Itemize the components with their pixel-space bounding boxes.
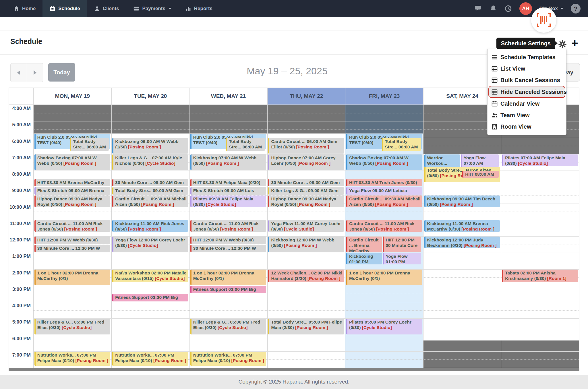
event-title: Warrior Workou... Hapana Solutions bbox=[427, 155, 448, 167]
event-room-label: [Posing Room ] bbox=[298, 161, 331, 166]
calendar-event[interactable]: 30 Minute Core ... 12:30 PM W bbox=[34, 245, 110, 252]
menu-item-room-view[interactable]: Room View bbox=[488, 121, 566, 132]
calendar-event[interactable]: Hiphop Dance 09:30 AM Nadya Royal (0/50)… bbox=[268, 196, 344, 207]
calendar-event[interactable]: HIIT 08:30 AM Felipe Maia (0/30) bbox=[190, 179, 266, 187]
event-title: Nutrution Works... 07:00 PM Felipe Maia … bbox=[115, 353, 186, 363]
calendar-event[interactable]: Nutrution Works... 07:00 PM Felipe Maia … bbox=[34, 352, 110, 366]
calendar-event[interactable]: Cardio Circuit ... 09:30 AM Michali Aize… bbox=[112, 196, 188, 207]
calendar-event[interactable]: Cardio Circuit ... 06:00 AM Gem Elliot (… bbox=[268, 138, 344, 154]
calendar-event[interactable]: 1 on 1 hour 02:00 PM Brenna McCarthy (0/… bbox=[346, 270, 422, 285]
calendar-event[interactable]: Killer Legs & G... 05:00 PM Fred Elias (… bbox=[190, 319, 266, 334]
calendar-event[interactable]: Total Body Stre... 05:00 PM Felipe Maia … bbox=[268, 319, 344, 334]
day-column-6[interactable]: Pilates 07:00 AM Felipe Maia (0/30) [Cyc… bbox=[501, 105, 579, 368]
avatar[interactable]: AH bbox=[519, 2, 532, 15]
calendar-event[interactable]: HIIT 12:00 PM W Webb (0/30) bbox=[34, 237, 110, 244]
calendar-event[interactable]: Killer Legs & G... 05:00 PM Fred Elias (… bbox=[34, 319, 110, 334]
event-title: Nat\'s Workshop 02:00 PM Natalie Varasun… bbox=[115, 270, 186, 281]
calendar-event[interactable]: Yoga Flow 01:00 PM bbox=[383, 253, 421, 264]
menu-item-hide-canceled-sessions[interactable]: Hide Canceled Sessions bbox=[488, 86, 565, 98]
calendar-event[interactable]: 1 on 1 hour 02:00 PM Brenna McCarthy (0/… bbox=[34, 270, 110, 285]
calendar-event[interactable]: HIIT 08:30 AM Trish Jones (0/30) bbox=[346, 179, 422, 187]
nav-item-clients[interactable]: Clients bbox=[87, 0, 126, 17]
menu-item-calendar-view[interactable]: Calendar View bbox=[488, 98, 566, 109]
day-column-1[interactable]: Kickboxing 06:00 AM W Webb (1/50) [Posin… bbox=[111, 105, 189, 368]
time-label: 4:00 PM bbox=[9, 303, 31, 309]
calendar-event[interactable]: Kickboxing 12:00 PM Judy Beckmann (0/30)… bbox=[424, 237, 500, 248]
calendar-event[interactable]: Tabata 02:00 PM Anisha Krishnasamy (0/30… bbox=[502, 270, 578, 282]
bell-icon[interactable] bbox=[490, 5, 497, 12]
event-title: HIIT 08:00 AM bbox=[465, 172, 494, 177]
calendar-event[interactable]: Shadow Boxing 07:00 AM W Webb (0/50) [Po… bbox=[346, 154, 422, 170]
calendar-event[interactable]: 12 Week Challen... 02:00 PM Nikki Hannaf… bbox=[268, 270, 344, 282]
help-button[interactable]: ? bbox=[571, 4, 581, 13]
nav-item-payments[interactable]: Payments bbox=[126, 0, 178, 17]
calendar-event[interactable]: Yoga Flow 11:00 AM Corey Loehr (0/30) [C… bbox=[268, 220, 344, 232]
add-session-button[interactable]: + bbox=[570, 37, 580, 49]
calendar-event[interactable]: Pilates 09:30 AM Felipe Maia (0/30) [Cyc… bbox=[190, 196, 266, 207]
calendar-event[interactable]: Pilates 05:00 PM Corey Loehr (0/30) [Cyc… bbox=[346, 319, 422, 334]
settings-gear-button[interactable] bbox=[558, 40, 567, 49]
calendar-event[interactable]: Fitness Support 03:00 PM Big bbox=[190, 286, 266, 293]
day-column-2[interactable]: Run Club 2.0 05:45 AM Nikki TEST (0/40)T… bbox=[189, 105, 267, 368]
calendar-event[interactable]: Nutrution Works... 07:00 PM Felipe Maia … bbox=[112, 352, 188, 366]
calendar-event[interactable]: Total Body Stre... 06:00 AM Tim Beech bbox=[226, 138, 265, 151]
calendar-event[interactable]: Kickboxing 11:00 AM Brenna McCarthy (0/3… bbox=[424, 220, 500, 232]
menu-item-team-view[interactable]: Team View bbox=[488, 109, 566, 121]
calendar-event[interactable]: Warrior Workou... Hapana Solutions bbox=[424, 154, 460, 167]
calendar-event[interactable]: Shadow Boxing 07:00 AM W Webb (0/50) [Po… bbox=[34, 154, 110, 170]
event-room-label: [Posing Room ] bbox=[297, 202, 330, 207]
calendar-event[interactable]: Flex & Stretch 09:00 AM Brenna bbox=[34, 187, 110, 195]
calendar-event[interactable]: Flex & Stretch 09:00 AM Luis bbox=[190, 187, 266, 195]
clock-icon[interactable] bbox=[504, 5, 512, 12]
calendar-event[interactable]: Pilates 07:00 AM Felipe Maia (0/30) [Cyc… bbox=[502, 154, 578, 166]
event-room-label: [Posing Room ] bbox=[284, 243, 317, 248]
calendar-event[interactable]: Cardio Circuit ... 11:00 AM Rick Jones (… bbox=[346, 220, 422, 232]
calendar-event[interactable]: Killer Legs & G... 07:00 AM Kyle Nichols… bbox=[112, 154, 188, 170]
calendar-event[interactable]: Yoga Flow 07:00 AM bbox=[461, 154, 499, 167]
day-column-5[interactable]: Warrior Workou... Hapana SolutionsYoga F… bbox=[423, 105, 501, 368]
calendar-event[interactable]: Total Body Stre... 06:00 AM Tim Beech bbox=[70, 138, 109, 151]
calendar-event[interactable]: HIIT 08:30 AM Brenna McCarthy bbox=[34, 179, 110, 187]
calendar-event[interactable]: Cardio Circuit ... Brenna McCarthy [Posi… bbox=[346, 237, 382, 252]
menu-item-bulk-cancel-sessions[interactable]: Bulk Cancel Sessions bbox=[488, 74, 566, 86]
nav-item-schedule[interactable]: Schedule bbox=[42, 0, 87, 17]
calendar-event[interactable]: Kickboxing 01:00 PM Michali Aizen (0/30)… bbox=[346, 253, 382, 264]
calendar-event[interactable]: Kickboxing 09:30 AM Tim Beech (0/50) [Po… bbox=[424, 196, 500, 207]
calendar-event[interactable]: Total Body Stre... 06:00 AM Vini bbox=[382, 138, 421, 151]
calendar-event[interactable]: HIIT 08:00 AM bbox=[462, 171, 499, 178]
calendar-event[interactable]: 30 Minute Core ... 12:30 PM W bbox=[190, 245, 266, 252]
calendar-event[interactable]: Cardio Circuit ... 11:00 AM Rick Jones (… bbox=[34, 220, 110, 232]
calendar-event[interactable]: Hiphop Dance 07:00 AM Corey Loehr (0/50)… bbox=[268, 154, 344, 170]
calendar-event[interactable]: Kickboxing 07:00 AM W Webb (0/50) [Posin… bbox=[190, 154, 266, 170]
calendar-event[interactable]: Total Body Stre... 09:00 AM Gem bbox=[112, 187, 188, 195]
calendar-event[interactable]: Fitness Support 03:30 PM Big bbox=[112, 294, 188, 301]
menu-item-schedule-templates[interactable]: Schedule Templates bbox=[488, 51, 566, 63]
calendar-event[interactable]: Yoga Flow 09:00 AM Leticia bbox=[346, 187, 422, 195]
day-column-0[interactable]: Run Club 2.0 05:45 AM Nikki TEST (0/40)T… bbox=[33, 105, 111, 368]
event-title: Total Body Stre... 09:00 AM Gem bbox=[115, 188, 183, 193]
calendar-event[interactable]: Cardio Circuit ... 11:00 AM Rick Jones (… bbox=[190, 220, 266, 232]
barcode-badge[interactable] bbox=[531, 7, 556, 33]
event-title: Nutrution Works... 07:00 PM Felipe Maia … bbox=[37, 353, 108, 363]
calendar-event[interactable]: Hiphop Dance 09:30 AM Nadya Royal (0/50)… bbox=[34, 196, 110, 207]
calendar-event[interactable]: Cardio Circuit ... 09:30 AM Michali Aize… bbox=[346, 196, 422, 207]
calendar-event[interactable]: 30 Minute Core ... 08:30 AM Gem bbox=[112, 179, 188, 187]
day-column-4[interactable]: Run Club 2.0 05:45 AM Nikki TEST (0/40)T… bbox=[345, 105, 423, 368]
calendar-event[interactable]: Nat\'s Workshop 02:00 PM Natalie Varasun… bbox=[112, 270, 188, 282]
calendar-event[interactable]: Kickboxing 12:00 PM W Webb (0/50) [Posin… bbox=[268, 237, 344, 252]
day-column-3[interactable]: Cardio Circuit ... 06:00 AM Gem Elliot (… bbox=[267, 105, 345, 368]
calendar-event[interactable]: Yoga Flow 12:00 PM Corey Loehr (0/30) [C… bbox=[112, 237, 188, 252]
calendar-event[interactable]: Nutrution Works... 07:00 PM Felipe Maia … bbox=[190, 352, 266, 366]
calendar-event[interactable]: 1 on 1 hour 02:00 PM Brenna McCarthy (0/… bbox=[190, 270, 266, 285]
calendar-event[interactable]: 30 Minute Core ... 08:30 AM Gem bbox=[268, 179, 344, 187]
menu-item-list-view[interactable]: List View bbox=[488, 63, 566, 74]
chat-icon[interactable] bbox=[475, 5, 482, 12]
calendar-event[interactable]: HIIT 12:00 PM 30 Minute Core bbox=[383, 237, 421, 252]
calendar-event[interactable]: Kickboxing 11:00 AM Rick Jones (0/50) [P… bbox=[112, 220, 188, 232]
calendar-event[interactable]: Kickboxing 06:00 AM W Webb (1/50) [Posin… bbox=[112, 138, 188, 154]
calendar-event[interactable]: HIIT 12:00 PM W Webb (0/30) bbox=[190, 237, 266, 244]
nav-item-reports[interactable]: Reports bbox=[178, 0, 219, 17]
calendar-event[interactable]: Killer Legs & G... 09:00 AM Gem bbox=[268, 187, 344, 195]
horizontal-scrollbar[interactable] bbox=[9, 368, 579, 371]
nav-item-home[interactable]: Home bbox=[6, 0, 42, 17]
